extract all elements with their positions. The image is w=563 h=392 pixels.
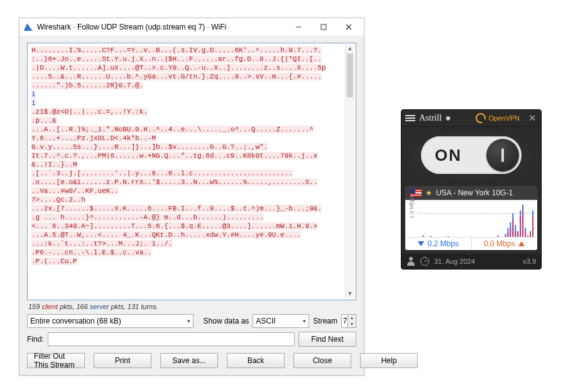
chevron-down-icon: ▾ xyxy=(187,318,190,324)
svg-rect-25 xyxy=(505,236,506,237)
connection-toggle[interactable]: ON xyxy=(421,136,522,174)
summary-server: server xyxy=(90,303,109,310)
help-button[interactable]: Help xyxy=(360,353,418,368)
favorite-star-icon: ★ xyxy=(425,188,432,197)
scroll-thumb[interactable] xyxy=(347,53,353,97)
find-next-label: Find Next xyxy=(311,335,343,344)
download-speed: 0.2 Mbps xyxy=(405,237,472,250)
upload-value: 0.0 Mbps xyxy=(484,239,515,248)
astrill-header: Astrill ✱ OpenVPN ✕ xyxy=(402,110,541,127)
graph-y-label: 1.0 Mbps xyxy=(408,195,415,219)
save-as-button[interactable]: Save as... xyxy=(160,353,218,368)
conversation-select-value: Entire conversation (68 kB) xyxy=(30,317,121,325)
show-as-label: Show data as xyxy=(204,317,249,325)
btn-label: Help xyxy=(381,356,397,365)
chevron-down-icon: ▾ xyxy=(303,318,306,324)
menu-icon[interactable] xyxy=(405,115,415,121)
titlebar: Wireshark · Follow UDP Stream (udp.strea… xyxy=(19,18,364,36)
toggle-state-label: ON xyxy=(435,146,462,165)
speed-readout: 0.2 Mbps 0.0 Mbps xyxy=(405,237,537,250)
svg-rect-27 xyxy=(510,228,511,237)
summary-prefix: 159 xyxy=(28,303,41,310)
download-icon xyxy=(418,241,424,246)
svg-rect-33 xyxy=(525,231,526,237)
account-icon[interactable] xyxy=(407,257,415,266)
power-icon xyxy=(501,148,504,162)
brand-label: Astrill xyxy=(419,113,442,123)
btn-label: Back xyxy=(248,356,265,365)
summary-client: client xyxy=(41,303,58,310)
astrill-footer: 31. Aug 2024 v3.9 xyxy=(402,254,541,269)
filter-out-button[interactable]: Filter Out This Stream xyxy=(27,353,85,368)
svg-rect-31 xyxy=(520,216,521,237)
spin-down-icon[interactable]: ▼ xyxy=(348,321,356,327)
stream-label: Stream xyxy=(313,317,337,325)
btn-label: Print xyxy=(115,356,131,365)
wireshark-icon xyxy=(23,22,33,32)
btn-label: Close xyxy=(313,356,332,365)
spin-up-icon[interactable]: ▲ xyxy=(348,315,356,321)
svg-rect-1 xyxy=(321,24,326,30)
svg-rect-23 xyxy=(448,236,449,237)
maximize-button[interactable] xyxy=(311,18,336,36)
astrill-widget: Astrill ✱ OpenVPN ✕ ON ★ USA - New York … xyxy=(401,109,542,270)
svg-rect-35 xyxy=(530,232,531,237)
server-name: USA - New York 10G-1 xyxy=(436,188,513,197)
scroll-up-icon[interactable]: ▲ xyxy=(346,45,354,53)
server-select[interactable]: ★ USA - New York 10G-1 xyxy=(405,186,537,200)
svg-rect-28 xyxy=(512,219,513,237)
close-icon[interactable]: ✕ xyxy=(527,113,537,123)
svg-rect-32 xyxy=(522,210,523,237)
print-button[interactable]: Print xyxy=(94,353,151,368)
speed-graph: 1.0 Mbps xyxy=(405,200,537,237)
svg-rect-26 xyxy=(507,232,508,237)
packet-summary: 159 client pkts, 166 server pkts, 131 tu… xyxy=(28,303,355,310)
close-button[interactable] xyxy=(336,18,361,36)
find-next-button[interactable]: Find Next xyxy=(298,332,356,347)
stream-text-area[interactable]: H........I.%.....C?F...=Y..v..B...(.s.IV… xyxy=(27,43,356,300)
protocol-select[interactable]: OpenVPN xyxy=(476,113,520,123)
svg-rect-22 xyxy=(430,236,432,237)
find-label: Find: xyxy=(27,335,44,344)
scrollbar[interactable]: ▲ ▼ xyxy=(345,45,354,298)
show-as-value: ASCII xyxy=(256,317,275,325)
window-title: Wireshark · Follow UDP Stream (udp.strea… xyxy=(37,23,286,31)
clock-icon xyxy=(420,257,429,266)
summary-mid: pkts, 166 xyxy=(58,303,90,310)
conversation-select[interactable]: Entire conversation (68 kB) ▾ xyxy=(27,314,194,328)
brand-star-icon: ✱ xyxy=(445,115,451,122)
svg-rect-34 xyxy=(527,236,528,237)
svg-rect-24 xyxy=(498,236,499,237)
wireshark-window: Wireshark · Follow UDP Stream (udp.strea… xyxy=(19,18,364,376)
download-value: 0.2 Mbps xyxy=(428,239,459,248)
upload-icon xyxy=(518,241,525,246)
svg-rect-29 xyxy=(515,231,516,237)
upload-speed: 0.0 Mbps xyxy=(472,237,538,250)
footer-date: 31. Aug 2024 xyxy=(434,258,475,265)
find-input[interactable] xyxy=(48,332,295,346)
openvpn-icon xyxy=(476,113,486,123)
summary-suffix: pkts, 131 turns. xyxy=(109,303,158,310)
window-body: H........I.%.....C?F...=Y..v..B...(.s.IV… xyxy=(19,36,364,376)
svg-rect-21 xyxy=(423,236,424,237)
svg-rect-36 xyxy=(532,216,533,237)
scroll-down-icon[interactable]: ▼ xyxy=(346,290,354,298)
protocol-label: OpenVPN xyxy=(488,114,520,122)
toggle-area: ON xyxy=(402,127,541,183)
btn-label: Filter Out This Stream xyxy=(34,352,78,369)
svg-rect-30 xyxy=(517,232,518,237)
back-button[interactable]: Back xyxy=(227,353,285,368)
btn-label: Save as... xyxy=(172,356,205,365)
close-dialog-button[interactable]: Close xyxy=(293,353,351,368)
version-label: v3.9 xyxy=(523,258,536,265)
show-as-select[interactable]: ASCII ▾ xyxy=(253,314,309,328)
toggle-knob xyxy=(486,139,519,172)
minimize-button[interactable] xyxy=(286,18,311,36)
stream-number-input[interactable]: 7 ▲▼ xyxy=(341,314,356,328)
